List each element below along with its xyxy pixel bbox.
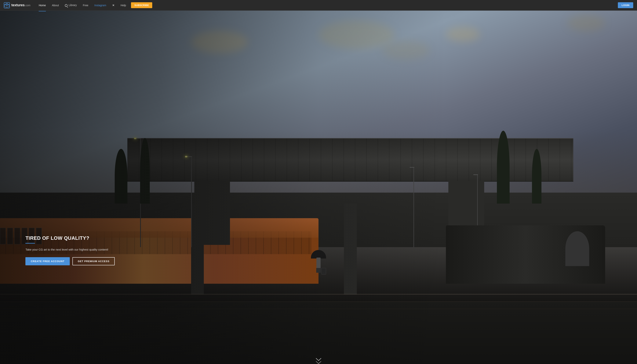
logo[interactable]: textures.com [4, 2, 30, 8]
chevron-down-icon-2 [316, 361, 321, 364]
nav-free[interactable]: Free [80, 3, 91, 8]
svg-marker-4 [5, 3, 9, 6]
hero-overlay [0, 10, 637, 364]
premium-access-button[interactable]: GET PREMIUM ACCESS [72, 257, 115, 265]
nav-x[interactable]: ✕ [110, 3, 117, 8]
hero-buttons: CREATE FREE ACCOUNT GET PREMIUM ACCESS [26, 257, 115, 265]
create-account-button[interactable]: CREATE FREE ACCOUNT [26, 257, 70, 265]
logo-text: textures.com [11, 3, 30, 7]
nav-home[interactable]: Home [36, 3, 48, 8]
nav-instagram[interactable]: Instagram [92, 3, 109, 8]
hero-subtext: Take your CG art to the next level with … [26, 247, 115, 252]
x-twitter-icon: ✕ [112, 4, 115, 7]
navbar: textures.com Home About Library Free Ins… [0, 0, 637, 10]
hero-headline: TIRED OF LOW QUALITY? [26, 235, 115, 241]
login-button[interactable]: LOGIN [618, 2, 633, 8]
logo-cube-icon [4, 2, 10, 8]
nav-library[interactable]: Library [62, 2, 79, 8]
chevron-group [316, 358, 321, 364]
hero-content: TIRED OF LOW QUALITY? Take your CG art t… [26, 235, 115, 265]
search-icon [65, 4, 68, 7]
subscribe-button[interactable]: SUBSCRIBE [131, 2, 152, 8]
scroll-down[interactable]: SCROLL DOWN [309, 358, 328, 364]
nav-links: Home About Library Free Instagram ✕ Help… [36, 2, 618, 8]
hero-underline [26, 243, 35, 244]
nav-help[interactable]: Help [118, 3, 129, 8]
nav-about[interactable]: About [49, 3, 62, 8]
hero-section: TIRED OF LOW QUALITY? Take your CG art t… [0, 10, 637, 364]
